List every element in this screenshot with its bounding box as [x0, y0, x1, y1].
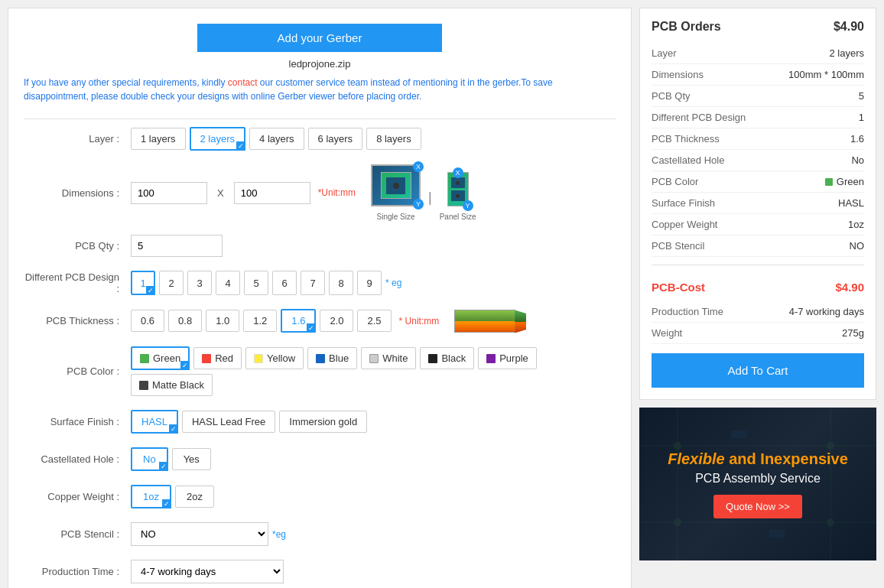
pcb-x-btn[interactable]: X — [413, 161, 424, 172]
order-dimensions-row: Dimensions 100mm * 100mm — [652, 64, 864, 86]
surface-immersion-btn[interactable]: Immersion gold — [279, 411, 367, 433]
color-blue-btn[interactable]: Blue — [307, 347, 357, 369]
surface-row: Surface Finish : HASL HASL Lead Free Imm… — [24, 410, 616, 434]
stencil-controls: NO *eg — [131, 522, 616, 546]
orders-price: $4.90 — [834, 20, 864, 34]
single-size-option[interactable]: X Y Single Size — [371, 164, 421, 221]
copper-label: Copper Weight : — [24, 491, 131, 502]
quote-now-button[interactable]: Quote Now >> — [713, 495, 802, 518]
thickness-06[interactable]: 0.6 — [131, 310, 164, 332]
dim-unit: *Unit:mm — [318, 187, 356, 198]
svg-point-5 — [827, 442, 834, 450]
diff-pcb-3[interactable]: 3 — [187, 271, 212, 295]
order-stencil-label: PCB Stencil — [652, 240, 704, 252]
layer-2-btn[interactable]: 2 layers — [190, 127, 246, 151]
order-copper-value: 1oz — [848, 219, 864, 230]
different-pcb-controls: 1 2 3 4 5 6 7 8 9 * eg — [131, 271, 616, 295]
pcb-qty-label: PCB Qty : — [24, 240, 131, 252]
thickness-16[interactable]: 1.6 — [281, 309, 316, 333]
color-red-btn[interactable]: Red — [193, 347, 242, 369]
stencil-select[interactable]: NO — [131, 522, 268, 546]
stencil-row: PCB Stencil : NO *eg — [24, 522, 616, 546]
dim-x-input[interactable] — [131, 182, 207, 204]
blue-label: Blue — [329, 352, 349, 364]
purple-dot — [486, 354, 496, 363]
svg-rect-9 — [769, 530, 785, 538]
diff-pcb-9[interactable]: 9 — [357, 271, 382, 295]
diff-pcb-8[interactable]: 8 — [329, 271, 353, 295]
order-weight-value: 275g — [842, 327, 864, 339]
diff-pcb-5[interactable]: 5 — [244, 271, 268, 295]
production-row: Production Time : 4-7 working days — [24, 560, 616, 583]
surface-hasl-btn[interactable]: HASL — [131, 410, 178, 434]
order-weight-label: Weight — [652, 327, 682, 339]
purple-label: Purple — [499, 352, 528, 364]
thickness-label: PCB Thickness : — [24, 315, 131, 326]
order-dimensions-value: 100mm * 100mm — [788, 69, 864, 80]
pcb-qty-input[interactable] — [131, 235, 223, 257]
color-yellow-btn[interactable]: Yellow — [245, 347, 304, 369]
pcb-qty-row: PCB Qty : — [24, 235, 616, 257]
layer-8-btn[interactable]: 8 layers — [366, 128, 421, 150]
layer-label: Layer : — [24, 133, 131, 145]
order-diff-pcb-label: Different PCB Design — [652, 112, 746, 123]
thickness-20[interactable]: 2.0 — [320, 310, 353, 332]
layer-row: Layer : 1 layers 2 layers 4 layers 6 lay… — [24, 127, 616, 151]
order-color-value: Green — [825, 176, 864, 187]
thickness-25[interactable]: 2.5 — [357, 310, 391, 332]
thickness-row: PCB Thickness : 0.6 0.8 1.0 1.2 1.6 2.0 … — [24, 309, 616, 333]
order-thickness-label: PCB Thickness — [652, 133, 720, 145]
copper-2oz-btn[interactable]: 2oz — [175, 486, 214, 508]
order-qty-label: PCB Qty — [652, 90, 691, 102]
diff-pcb-7[interactable]: 7 — [301, 271, 325, 295]
panel-size-label: Panel Size — [440, 213, 476, 221]
order-castellated-row: Castellated Hole No — [652, 150, 864, 171]
panel-x-btn2[interactable]: X — [453, 167, 463, 178]
order-qty-value: 5 — [859, 90, 864, 102]
dim-y-input[interactable] — [234, 182, 310, 204]
pcb-preview: X Y Single Size | X — [371, 164, 476, 221]
white-dot — [369, 354, 379, 363]
pcb-cost-label: PCB-Cost — [652, 281, 705, 294]
add-gerber-button[interactable]: Add your Gerber — [197, 24, 442, 52]
thickness-12[interactable]: 1.2 — [243, 310, 277, 332]
color-black-btn[interactable]: Black — [420, 347, 474, 369]
layer-1-btn[interactable]: 1 layers — [131, 128, 186, 150]
layer-6-btn[interactable]: 6 layers — [308, 128, 363, 150]
thickness-10[interactable]: 1.0 — [206, 310, 239, 332]
green-dot — [140, 354, 149, 363]
stencil-eg[interactable]: *eg — [272, 529, 286, 540]
diff-pcb-2[interactable]: 2 — [159, 271, 184, 295]
different-pcb-row: Different PCB Design : 1 2 3 4 5 6 7 8 9… — [24, 271, 616, 295]
ad-banner[interactable]: Flexible and Inexpensive PCB Assembly Se… — [639, 408, 876, 560]
add-to-cart-button[interactable]: Add To Cart — [652, 353, 864, 388]
layer-4-btn[interactable]: 4 layers — [249, 128, 304, 150]
castellated-no-btn[interactable]: No — [131, 447, 168, 471]
copper-1oz-btn[interactable]: 1oz — [131, 485, 171, 508]
panel-size-option[interactable]: X Y Panel Size — [440, 172, 476, 221]
color-matte-black-btn[interactable]: Matte Black — [131, 374, 213, 396]
production-controls: 4-7 working days — [131, 560, 616, 583]
surface-hasl-lf-btn[interactable]: HASL Lead Free — [182, 411, 275, 433]
svg-rect-8 — [731, 430, 746, 438]
diff-pcb-6[interactable]: 6 — [272, 271, 297, 295]
production-select[interactable]: 4-7 working days — [131, 560, 284, 583]
ad-title-flex: Flexible — [668, 450, 724, 467]
yellow-label: Yellow — [267, 352, 295, 364]
contact-link[interactable]: contact — [228, 77, 258, 88]
ad-content: Flexible and Inexpensive PCB Assembly Se… — [668, 450, 848, 518]
diff-pcb-1[interactable]: 1 — [131, 271, 155, 295]
color-purple-btn[interactable]: Purple — [478, 347, 537, 369]
diff-pcb-eg[interactable]: * eg — [385, 278, 401, 288]
panel-y-btn[interactable]: Y — [463, 200, 473, 211]
color-white-btn[interactable]: White — [361, 347, 416, 369]
order-thickness-row: PCB Thickness 1.6 — [652, 128, 864, 150]
order-layer-row: Layer 2 layers — [652, 43, 864, 64]
castellated-yes-btn[interactable]: Yes — [172, 448, 211, 470]
thickness-08[interactable]: 0.8 — [168, 310, 202, 332]
pcb-y-btn[interactable]: Y — [413, 199, 424, 210]
matte-black-label: Matte Black — [152, 379, 204, 391]
order-production-row: Production Time 4-7 working days — [652, 301, 864, 323]
color-green-btn[interactable]: Green — [131, 346, 190, 370]
diff-pcb-4[interactable]: 4 — [216, 271, 240, 295]
